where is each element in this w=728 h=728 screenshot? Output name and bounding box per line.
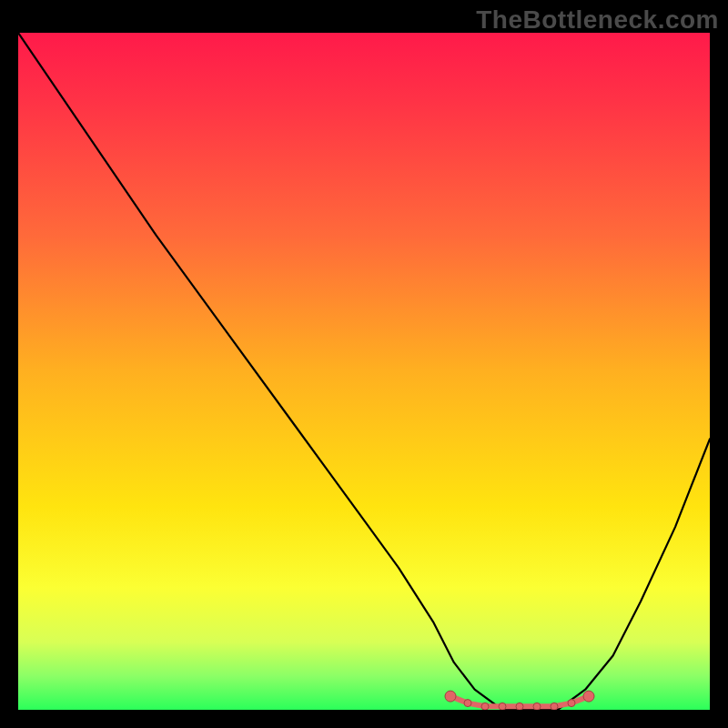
optimal-range-marker: [551, 703, 558, 710]
chart-svg: [18, 33, 710, 710]
optimal-range-marker: [464, 700, 471, 707]
optimal-range-marker: [533, 703, 541, 710]
plot-area: [18, 33, 710, 710]
optimal-range-marker: [568, 700, 575, 707]
gradient-background: [18, 33, 710, 710]
optimal-range-marker: [583, 691, 594, 702]
optimal-range-marker: [481, 703, 489, 710]
chart-frame: TheBottleneck.com: [0, 0, 728, 728]
optimal-range-marker: [499, 703, 506, 710]
optimal-range-marker: [445, 691, 456, 702]
optimal-range-marker: [516, 703, 523, 710]
watermark-text: TheBottleneck.com: [476, 5, 719, 35]
